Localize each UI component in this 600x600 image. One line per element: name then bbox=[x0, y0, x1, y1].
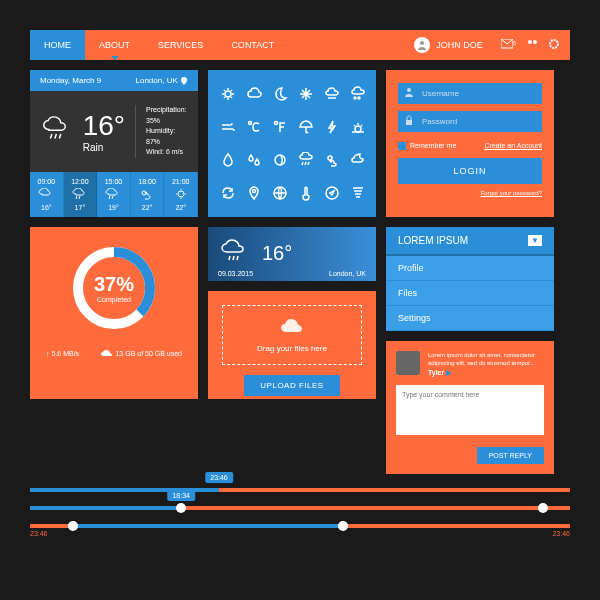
weather-icon-grid bbox=[208, 70, 376, 217]
user-icon bbox=[404, 87, 414, 97]
weather-date: Monday, March 9 bbox=[40, 76, 101, 85]
svg-point-15 bbox=[253, 189, 256, 192]
overcast-icon[interactable] bbox=[324, 86, 340, 102]
dropdown-toggle[interactable]: LOREM IPSUM▼ bbox=[386, 227, 554, 256]
create-account-link[interactable]: Create an Account bbox=[484, 142, 542, 150]
svg-point-12 bbox=[355, 126, 361, 132]
globe-icon[interactable] bbox=[272, 185, 288, 201]
weather-location: London, UK bbox=[136, 76, 189, 85]
weather-condition: Rain bbox=[83, 142, 125, 153]
weather-widget: Monday, March 9 London, UK 16° Rain Prec… bbox=[30, 70, 198, 217]
sun-icon[interactable] bbox=[220, 86, 236, 102]
upload-speed: ↑ 5.6 MB/s bbox=[46, 350, 79, 357]
nav-services[interactable]: SERVICES bbox=[144, 30, 217, 60]
weather-temp: 16° bbox=[83, 110, 125, 142]
nav-home[interactable]: HOME bbox=[30, 30, 85, 60]
svg-rect-19 bbox=[406, 120, 412, 125]
celsius-icon[interactable] bbox=[246, 119, 262, 135]
eclipse-icon[interactable] bbox=[272, 152, 288, 168]
progress-slider[interactable]: 18:34 bbox=[30, 506, 570, 510]
wind-icon[interactable] bbox=[220, 119, 236, 135]
login-form: Remember me Create an Account LOGIN Forg… bbox=[386, 70, 554, 217]
svg-point-18 bbox=[407, 88, 411, 92]
remember-checkbox[interactable]: Remember me bbox=[398, 142, 456, 150]
partly-cloudy-icon[interactable] bbox=[324, 152, 340, 168]
drops-icon[interactable] bbox=[246, 152, 262, 168]
storage-used: 13 GB of 50 GB used bbox=[100, 349, 183, 359]
cloud-icon[interactable] bbox=[246, 86, 262, 102]
shower-icon[interactable] bbox=[298, 152, 314, 168]
svg-point-3 bbox=[533, 40, 537, 44]
avatar-icon bbox=[414, 37, 430, 53]
svg-point-13 bbox=[275, 155, 285, 165]
svg-point-9 bbox=[358, 97, 360, 99]
pin-icon[interactable] bbox=[246, 185, 262, 201]
comment-widget: Lorem ipsum dolor sit amet, consectetur … bbox=[386, 341, 554, 475]
fahrenheit-icon[interactable] bbox=[272, 119, 288, 135]
progress-slider[interactable]: 23:46 23:46 bbox=[30, 524, 570, 528]
hail-icon[interactable] bbox=[350, 86, 366, 102]
mini-temp: 16° bbox=[262, 242, 292, 265]
dropdown-item[interactable]: Profile bbox=[386, 256, 554, 281]
refresh-icon[interactable] bbox=[220, 185, 236, 201]
umbrella-icon[interactable] bbox=[298, 119, 314, 135]
friends-icon[interactable] bbox=[526, 38, 538, 52]
svg-point-8 bbox=[354, 97, 356, 99]
nav-about[interactable]: ABOUT bbox=[85, 30, 144, 60]
hour-slot[interactable]: 18:0022° bbox=[131, 172, 165, 217]
dropdown-menu: LOREM IPSUM▼ Profile Files Settings bbox=[386, 227, 554, 331]
moon-icon[interactable] bbox=[272, 86, 288, 102]
nav-contact[interactable]: CONTACT bbox=[217, 30, 288, 60]
dropdown-item[interactable]: Settings bbox=[386, 306, 554, 331]
svg-point-10 bbox=[249, 121, 252, 124]
comment-input[interactable] bbox=[396, 385, 544, 435]
tornado-icon[interactable] bbox=[350, 185, 366, 201]
upload-button[interactable]: UPLOAD FILES bbox=[244, 375, 339, 396]
drop-zone[interactable]: Drag your files here bbox=[222, 305, 362, 365]
svg-point-4 bbox=[550, 40, 558, 48]
post-reply-button[interactable]: POST REPLY bbox=[477, 447, 544, 464]
nav-user[interactable]: JOHN DOE bbox=[406, 37, 491, 53]
sliders-group: 23:46 18:34 23:46 23:46 bbox=[30, 488, 570, 528]
drop-icon[interactable] bbox=[220, 152, 236, 168]
snow-icon[interactable] bbox=[298, 86, 314, 102]
hour-slot[interactable]: 15:0019° bbox=[97, 172, 131, 217]
rain-cloud-icon bbox=[40, 109, 73, 153]
play-icon: ▶ bbox=[446, 369, 451, 376]
svg-point-7 bbox=[225, 91, 231, 97]
svg-point-11 bbox=[275, 121, 278, 124]
progress-widget: 37%Completed ↑ 5.6 MB/s 13 GB of 50 GB u… bbox=[30, 227, 198, 399]
cloud-icon bbox=[278, 316, 306, 336]
lock-icon bbox=[404, 115, 414, 125]
rain-cloud-icon bbox=[218, 238, 250, 270]
svg-point-2 bbox=[528, 40, 532, 44]
hour-slot[interactable]: 12:0017° bbox=[64, 172, 98, 217]
gear-icon[interactable] bbox=[548, 38, 560, 52]
comment-text: Lorem ipsum dolor sit amet, consectetur … bbox=[428, 351, 544, 368]
weather-stats: Precipitation: 35% Humidity: 87% Wind: 6… bbox=[135, 105, 188, 158]
mail-icon[interactable]: 5 bbox=[501, 39, 516, 51]
hour-slot[interactable]: 09:0016° bbox=[30, 172, 64, 217]
svg-point-0 bbox=[420, 41, 424, 45]
thermometer-icon[interactable] bbox=[298, 185, 314, 201]
user-name: JOHN DOE bbox=[436, 40, 483, 50]
login-button[interactable]: LOGIN bbox=[398, 158, 542, 184]
lightning-icon[interactable] bbox=[324, 119, 340, 135]
dropdown-item[interactable]: Files bbox=[386, 281, 554, 306]
commenter-name: Tyler ▶ bbox=[428, 369, 544, 377]
hourly-forecast: 09:0016° 12:0017° 15:0019° 18:0022° 21:0… bbox=[30, 172, 198, 217]
commenter-avatar bbox=[396, 351, 420, 375]
top-nav: HOME ABOUT SERVICES CONTACT JOHN DOE 5 bbox=[30, 30, 570, 60]
username-input[interactable] bbox=[398, 83, 542, 104]
chevron-down-icon: ▼ bbox=[528, 235, 542, 246]
progress-percent: 37% bbox=[94, 273, 134, 296]
sunrise-icon[interactable] bbox=[350, 119, 366, 135]
night-cloud-icon[interactable] bbox=[350, 152, 366, 168]
forgot-password-link[interactable]: Forgot your password? bbox=[481, 190, 542, 196]
upload-widget: Drag your files here UPLOAD FILES bbox=[208, 291, 376, 399]
svg-point-6 bbox=[178, 191, 184, 197]
progress-slider[interactable]: 23:46 bbox=[30, 488, 570, 492]
hour-slot[interactable]: 21:0022° bbox=[164, 172, 198, 217]
password-input[interactable] bbox=[398, 111, 542, 132]
compass-icon[interactable] bbox=[324, 185, 340, 201]
